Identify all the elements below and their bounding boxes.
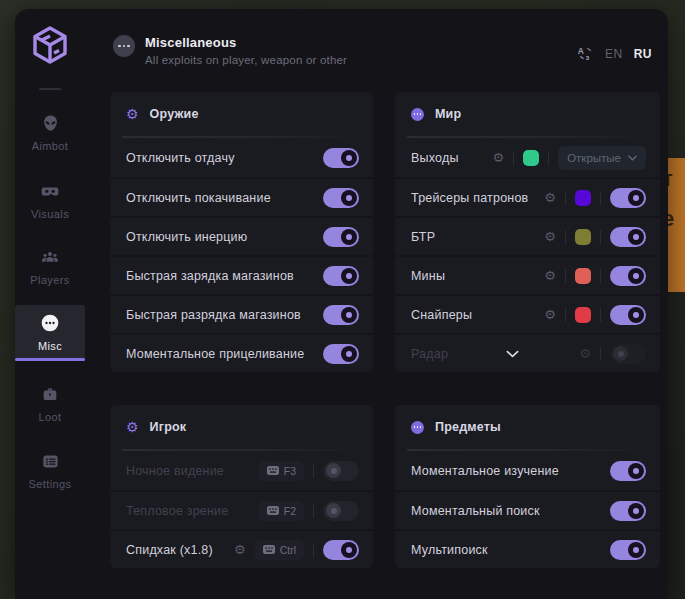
toggle-row: Мины ⚙ bbox=[395, 255, 660, 294]
sidebar-item-label: Aimbot bbox=[15, 140, 85, 152]
sidebar-item-label: Loot bbox=[15, 411, 85, 423]
row-label: Моментальное изучение bbox=[411, 464, 559, 478]
row-label: Отключить отдачу bbox=[126, 151, 235, 165]
row-label: Моментальный поиск bbox=[411, 504, 540, 518]
section-header: ⚙ Оружие bbox=[110, 92, 373, 136]
section-title: Игрок bbox=[150, 420, 187, 434]
toggle-switch[interactable] bbox=[323, 266, 359, 286]
divider bbox=[600, 347, 601, 361]
divider bbox=[565, 269, 566, 283]
hotkey-toggle-row: Ночное видение F3 bbox=[110, 451, 373, 490]
exits-dropdown[interactable]: Открытые bbox=[558, 146, 646, 170]
section-world: Мир Выходы ⚙ Открытые Трейсеры патронов … bbox=[395, 92, 660, 372]
lang-en-button[interactable]: EN bbox=[605, 47, 623, 61]
sidebar-item-players[interactable]: Players bbox=[15, 240, 85, 295]
settings-list-icon bbox=[41, 452, 60, 471]
gear-icon[interactable]: ⚙ bbox=[544, 308, 556, 321]
color-swatch[interactable] bbox=[523, 150, 539, 166]
sidebar-item-label: Visuals bbox=[15, 208, 85, 220]
alien-icon bbox=[41, 114, 60, 133]
toggle-switch[interactable] bbox=[610, 227, 646, 247]
sidebar-item-visuals[interactable]: Visuals bbox=[15, 174, 85, 229]
toggle-switch[interactable] bbox=[323, 227, 359, 247]
keyboard-icon bbox=[267, 466, 279, 475]
divider bbox=[565, 191, 566, 205]
sidebar-item-misc[interactable]: Misc bbox=[15, 305, 85, 361]
chevron-down-icon bbox=[628, 155, 637, 161]
sidebar-item-settings[interactable]: Settings bbox=[15, 444, 85, 499]
hotkey-badge[interactable]: F2 bbox=[259, 501, 304, 521]
divider bbox=[513, 151, 514, 165]
toggle-switch[interactable] bbox=[323, 305, 359, 325]
players-icon bbox=[40, 248, 60, 267]
section-header: Мир bbox=[395, 92, 660, 136]
section-player: ⚙ Игрок Ночное видение F3 Тепловое зрени… bbox=[110, 405, 373, 568]
row-label: БТР bbox=[411, 230, 435, 244]
hotkey-label: F3 bbox=[284, 465, 296, 477]
briefcase-icon bbox=[40, 385, 60, 404]
section-title: Оружие bbox=[150, 107, 199, 121]
sidebar-divider bbox=[39, 88, 61, 90]
gear-icon[interactable]: ⚙ bbox=[234, 543, 246, 556]
sidebar-item-label: Misc bbox=[15, 340, 85, 352]
keyboard-icon bbox=[267, 506, 279, 515]
row-label: Радар bbox=[411, 347, 448, 361]
gear-icon: ⚙ bbox=[126, 420, 139, 434]
toggle-switch[interactable] bbox=[323, 188, 359, 208]
row-label: Трейсеры патронов bbox=[411, 191, 528, 205]
toggle-switch[interactable] bbox=[610, 266, 646, 286]
toggle-switch[interactable] bbox=[610, 188, 646, 208]
color-swatch[interactable] bbox=[575, 307, 591, 323]
hotkey-badge[interactable]: Ctrl bbox=[255, 540, 304, 560]
chevron-down-icon[interactable] bbox=[506, 350, 519, 358]
hotkey-badge[interactable]: F3 bbox=[259, 461, 304, 481]
divider bbox=[600, 308, 601, 322]
gear-icon[interactable]: ⚙ bbox=[544, 269, 556, 282]
color-swatch[interactable] bbox=[575, 268, 591, 284]
toggle-switch[interactable] bbox=[610, 305, 646, 325]
row-label: Снайперы bbox=[411, 308, 472, 322]
toggle-switch[interactable] bbox=[323, 148, 359, 168]
gear-icon[interactable]: ⚙ bbox=[544, 230, 556, 243]
row-label: Тепловое зрение bbox=[126, 504, 228, 518]
sidebar-item-loot[interactable]: Loot bbox=[15, 377, 85, 432]
row-label: Отключить инерцию bbox=[126, 230, 247, 244]
toggle-row: Быстрая разрядка магазинов bbox=[110, 294, 373, 333]
color-swatch[interactable] bbox=[575, 190, 591, 206]
toggle-switch[interactable] bbox=[323, 540, 359, 560]
gear-icon[interactable]: ⚙ bbox=[579, 347, 591, 360]
toggle-switch[interactable] bbox=[610, 501, 646, 521]
svg-text:з: з bbox=[585, 53, 589, 62]
toggle-switch[interactable] bbox=[323, 461, 359, 481]
ellipsis-circle-icon bbox=[411, 108, 424, 121]
divider bbox=[600, 269, 601, 283]
row-label: Быстрая зарядка магазинов bbox=[126, 269, 294, 283]
sidebar-item-aimbot[interactable]: Aimbot bbox=[15, 106, 85, 161]
cheat-menu-window: Aimbot Visuals Players Misc bbox=[15, 9, 668, 599]
row-label: Отключить покачивание bbox=[126, 191, 271, 205]
hotkey-toggle-row: Тепловое зрение F2 bbox=[110, 490, 373, 529]
ellipsis-circle-icon bbox=[411, 421, 424, 434]
toggle-switch[interactable] bbox=[610, 461, 646, 481]
gear-icon: ⚙ bbox=[126, 107, 139, 121]
color-swatch[interactable] bbox=[575, 229, 591, 245]
toggle-switch[interactable] bbox=[610, 540, 646, 560]
toggle-switch[interactable] bbox=[323, 501, 359, 521]
gear-icon[interactable]: ⚙ bbox=[493, 151, 505, 164]
row-label: Ночное видение bbox=[126, 464, 224, 478]
lang-ru-button[interactable]: RU bbox=[634, 47, 652, 61]
divider bbox=[313, 543, 314, 557]
sidebar-item-label: Settings bbox=[15, 478, 85, 490]
header-text: Miscellaneous All exploits on player, we… bbox=[145, 35, 347, 66]
row-label: Мины bbox=[411, 269, 445, 283]
row-label: Спидхак (x1.8) bbox=[126, 543, 213, 557]
toggle-row: Моментальное изучение bbox=[395, 451, 660, 490]
section-avatar-ellipsis-icon bbox=[113, 35, 135, 57]
section-header: Предметы bbox=[395, 405, 660, 449]
toggle-switch[interactable] bbox=[323, 344, 359, 364]
toggle-switch[interactable] bbox=[610, 344, 646, 364]
section-items: Предметы Моментальное изучение Моменталь… bbox=[395, 405, 660, 568]
sidebar-item-label: Players bbox=[15, 274, 85, 286]
gear-icon[interactable]: ⚙ bbox=[544, 191, 556, 204]
divider bbox=[565, 308, 566, 322]
